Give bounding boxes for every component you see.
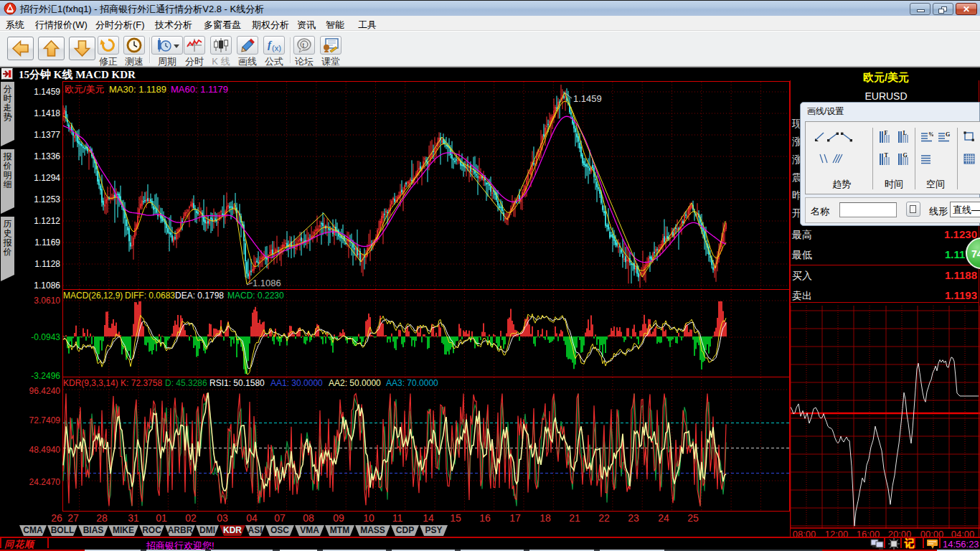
svg-text:16: 16	[479, 512, 491, 524]
svg-text:21: 21	[569, 512, 580, 524]
svg-text:14: 14	[423, 512, 434, 524]
svg-text:1.1086: 1.1086	[253, 278, 281, 288]
svg-text:24: 24	[658, 512, 669, 524]
svg-text:07: 07	[274, 512, 286, 524]
svg-text:MA60: 1.1179: MA60: 1.1179	[171, 84, 228, 95]
svg-text:1.1169: 1.1169	[34, 237, 60, 248]
svg-text:96.4240: 96.4240	[29, 386, 61, 396]
svg-text:1.1294: 1.1294	[34, 173, 60, 183]
svg-text:17: 17	[509, 512, 521, 524]
svg-text:1.1336: 1.1336	[34, 151, 60, 161]
svg-text:MA30: 1.1189: MA30: 1.1189	[109, 84, 166, 95]
svg-text:-0.0943: -0.0943	[31, 332, 60, 342]
svg-text:72.7409: 72.7409	[29, 415, 61, 425]
svg-text:DEA: 0.1798: DEA: 0.1798	[175, 291, 224, 301]
svg-text:G: G	[946, 131, 950, 138]
svg-text:AA1: 30.0000: AA1: 30.0000	[270, 378, 323, 388]
svg-text:18: 18	[540, 512, 551, 524]
svg-text:04: 04	[246, 512, 258, 524]
svg-text:15: 15	[450, 512, 461, 524]
svg-text:KDR(9,3,3,14) K: 72.3758: KDR(9,3,3,14) K: 72.3758	[63, 378, 162, 388]
svg-text:%: %	[928, 131, 933, 138]
svg-text:11: 11	[392, 512, 403, 524]
svg-text:31: 31	[128, 512, 139, 524]
svg-text:01: 01	[156, 512, 167, 524]
svg-text:1.1253: 1.1253	[34, 194, 60, 204]
svg-text:DIFF: 0.0683: DIFF: 0.0683	[125, 291, 175, 301]
svg-text:28: 28	[96, 512, 108, 524]
svg-text:AA3: 70.0000: AA3: 70.0000	[386, 378, 438, 388]
svg-text:08: 08	[303, 512, 314, 524]
svg-text:27: 27	[67, 512, 79, 524]
svg-text:欧元/美元: 欧元/美元	[65, 84, 105, 95]
svg-text:L: L	[903, 130, 907, 136]
svg-text:02: 02	[185, 512, 197, 524]
svg-text:03: 03	[217, 512, 228, 524]
svg-text:1.1212: 1.1212	[34, 216, 60, 226]
svg-text:1.1128: 1.1128	[34, 259, 60, 269]
svg-text:-3.2496: -3.2496	[31, 371, 60, 381]
svg-text:MACD(26,12,9): MACD(26,12,9)	[63, 291, 123, 301]
svg-text:09: 09	[333, 512, 344, 524]
svg-text:3.0610: 3.0610	[34, 296, 60, 306]
svg-text:F: F	[885, 130, 888, 136]
svg-text:AA2: 50.0000: AA2: 50.0000	[329, 378, 381, 388]
svg-text:T: T	[885, 152, 889, 159]
svg-text:G: G	[903, 152, 908, 159]
svg-text:D: 45.3286: D: 45.3286	[165, 378, 207, 388]
svg-text:1.1418: 1.1418	[34, 108, 60, 118]
svg-text:10: 10	[363, 512, 374, 524]
svg-text:22: 22	[598, 512, 610, 524]
svg-text:1.1459: 1.1459	[573, 93, 602, 104]
svg-text:t: t	[303, 41, 305, 49]
svg-text:48.4940: 48.4940	[29, 445, 61, 455]
svg-text:1.1459: 1.1459	[34, 87, 60, 97]
svg-text:RSI1: 50.1580: RSI1: 50.1580	[209, 378, 265, 388]
svg-text:1.1086: 1.1086	[34, 281, 60, 291]
svg-text:MACD: 0.2230: MACD: 0.2230	[227, 291, 284, 301]
svg-text:24.2470: 24.2470	[29, 477, 61, 487]
svg-text:25: 25	[687, 512, 699, 524]
svg-text:(x): (x)	[272, 44, 281, 52]
svg-text:1.1377: 1.1377	[34, 130, 60, 140]
svg-text:26: 26	[51, 512, 62, 524]
svg-text:23: 23	[628, 512, 639, 524]
